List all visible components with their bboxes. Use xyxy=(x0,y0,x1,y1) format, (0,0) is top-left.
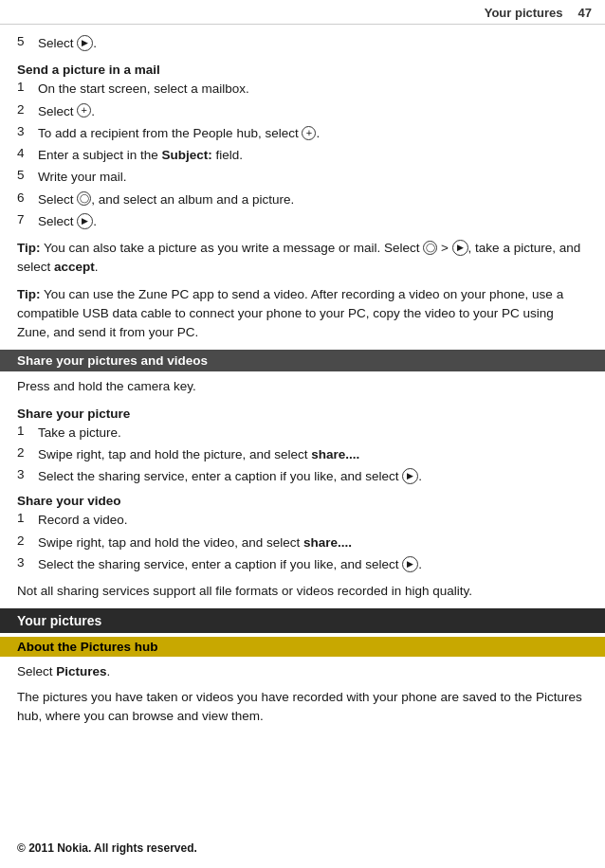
note-text: Not all sharing services support all fil… xyxy=(17,582,588,601)
step-2: 2 Select +. xyxy=(17,102,588,121)
step-3: 3 To add a recipient from the People hub… xyxy=(17,124,588,143)
pictures-bold: Pictures xyxy=(56,664,106,678)
send-icon-3: ▶ xyxy=(402,468,418,484)
about-body: The pictures you have taken or videos yo… xyxy=(17,688,588,727)
share-vid-step-1: 1 Record a video. xyxy=(17,511,588,530)
share-intro: Press and hold the camera key. xyxy=(17,377,588,396)
tip-1: Tip: You can also take a picture as you … xyxy=(17,239,588,278)
page-header: Your pictures 47 xyxy=(0,0,605,25)
step-7: 7 Select ▶. xyxy=(17,212,588,231)
plus-circle-icon-2: + xyxy=(302,126,316,140)
intro-step-5: 5 Select ▶. xyxy=(17,34,588,53)
tip-2: Tip: You can use the Zune PC app to send… xyxy=(17,285,588,343)
header-title: Your pictures xyxy=(485,6,563,20)
step-5: 5 Write your mail. xyxy=(17,168,588,187)
share-vid-step-2: 2 Swipe right, tap and hold the video, a… xyxy=(17,533,588,552)
send-section-title: Send a picture in a mail xyxy=(17,63,588,77)
camera-icon-2: ▶ xyxy=(452,240,468,256)
share-pic-step-2: 2 Swipe right, tap and hold the picture,… xyxy=(17,445,588,464)
step-4: 4 Enter a subject in the Subject: field. xyxy=(17,146,588,165)
about-intro: Select Pictures. xyxy=(17,662,588,681)
share-videos-bar: Share your pictures and videos xyxy=(0,350,605,371)
step-num-5: 5 xyxy=(17,34,38,53)
send-icon-2: ▶ xyxy=(77,213,93,229)
about-bar: About the Pictures hub xyxy=(0,637,605,657)
step-1: 1 On the start screen, select a mailbox. xyxy=(17,80,588,99)
share-picture-title: Share your picture xyxy=(17,407,588,421)
header-page-num: 47 xyxy=(578,6,592,20)
step-6: 6 Select ◯, and select an album and a pi… xyxy=(17,190,588,209)
your-pictures-bar: Your pictures xyxy=(0,608,605,633)
share-vid-step-3: 3 Select the sharing service, enter a ca… xyxy=(17,555,588,574)
share-pic-step-3: 3 Select the sharing service, enter a ca… xyxy=(17,467,588,486)
image-icon: ◯ xyxy=(77,191,91,206)
camera-icon-1: ◯ xyxy=(423,241,437,255)
footer: © 2011 Nokia. All rights reserved. xyxy=(17,841,197,855)
copyright-text: © 2011 Nokia. All rights reserved. xyxy=(17,841,197,855)
plus-circle-icon: + xyxy=(77,103,91,118)
share-pic-step-1: 1 Take a picture. xyxy=(17,424,588,443)
send-icon: ▶ xyxy=(77,35,93,51)
share-video-title: Share your video xyxy=(17,494,588,508)
send-icon-4: ▶ xyxy=(402,556,418,572)
